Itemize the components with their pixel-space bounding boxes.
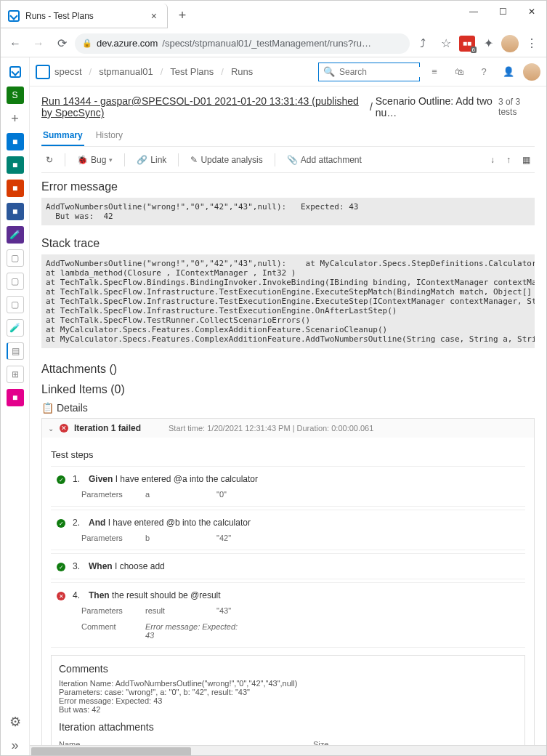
- url-path: /specst/stpmanual01/_testManagement/runs…: [162, 38, 371, 49]
- new-tab-button[interactable]: +: [172, 5, 193, 25]
- fail-icon: ✕: [57, 592, 65, 600]
- address-bar: ← → ⟳ 🔒 dev.azure.com /specst/stpmanual0…: [1, 30, 546, 57]
- tab-summary[interactable]: Summary: [41, 126, 84, 146]
- azure-devops-icon[interactable]: [36, 65, 50, 79]
- nav-item-testplans[interactable]: ■: [7, 203, 24, 220]
- nav-item-artifacts[interactable]: 🧪: [7, 226, 24, 244]
- iteration-1-header[interactable]: ⌄ ✕ Iteration 1 failed Start time: 1/20/…: [42, 419, 534, 438]
- bug-dropdown[interactable]: 🐞 Bug ▾: [73, 152, 117, 168]
- attachments-title: Attachments (): [41, 363, 535, 376]
- scroll-thumb[interactable]: [31, 747, 191, 756]
- nav-item-runs-active[interactable]: ▤: [7, 342, 24, 360]
- extensions-icon[interactable]: ✦: [478, 33, 498, 54]
- nav-item-gray4[interactable]: 🧪: [7, 319, 24, 337]
- step-4: ✕ 4. Then the result should be @result P…: [51, 582, 525, 648]
- marketplace-icon[interactable]: 🛍: [449, 62, 469, 82]
- tab-history[interactable]: History: [94, 126, 124, 146]
- grid-icon[interactable]: ▦: [518, 152, 535, 168]
- chevron-down-icon: ⌄: [48, 425, 54, 433]
- step-2: ✓ 2. And I have entered @b into the calc…: [51, 510, 525, 550]
- breadcrumb-org[interactable]: specst: [54, 66, 82, 77]
- nav-item-gray1[interactable]: ▢: [7, 249, 24, 267]
- nav-item-repos[interactable]: ■: [7, 156, 24, 174]
- stack-trace: AddTwoNumbersOutline("wrong!","0","42","…: [41, 254, 535, 348]
- linked-items-title: Linked Items (0): [41, 383, 535, 396]
- nav-item-gray6[interactable]: ⊞: [7, 366, 24, 383]
- result-toolbar: ↻ 🐞 Bug ▾ 🔗 Link ✎ Update analysis 📎 Add…: [41, 147, 535, 173]
- collapse-icon[interactable]: »: [7, 736, 24, 754]
- breadcrumb-area[interactable]: Test Plans: [170, 66, 214, 77]
- search-icon: 🔍: [323, 66, 335, 77]
- azure-devops-icon: [8, 10, 20, 22]
- main-content: Run 14344 - gaspar@SPECSOL-D01 2021-01-2…: [30, 87, 546, 745]
- star-icon[interactable]: ☆: [436, 33, 456, 54]
- list-icon[interactable]: ≡: [424, 62, 445, 82]
- lock-icon: 🔒: [82, 39, 92, 48]
- browser-titlebar: Runs - Test Plans × + — ☐ ✕: [1, 1, 546, 30]
- close-window-button[interactable]: ✕: [517, 1, 546, 23]
- browser-avatar[interactable]: [501, 35, 519, 52]
- top-bar: specst / stpmanual01 / Test Plans / Runs…: [30, 57, 546, 87]
- pass-icon: ✓: [57, 519, 65, 528]
- refresh-button[interactable]: ↻: [41, 152, 57, 168]
- close-tab-icon[interactable]: ×: [148, 10, 160, 22]
- fail-icon: ✕: [60, 424, 68, 433]
- scenario-name: Scenario Outline: Add two nu…: [376, 95, 495, 118]
- run-link[interactable]: Run 14344 - gaspar@SPECSOL-D01 2021-01-2…: [41, 95, 367, 118]
- minimize-button[interactable]: —: [459, 1, 488, 23]
- user-settings-icon[interactable]: 👤: [498, 62, 519, 82]
- iteration-comments: Comments Iteration Name: AddTwoNumbersOu…: [51, 655, 525, 745]
- nav-item-gray2[interactable]: ▢: [7, 273, 24, 290]
- help-icon[interactable]: ?: [474, 62, 494, 82]
- pass-icon: ✓: [57, 563, 65, 571]
- test-counter: 3 of 3 tests: [498, 97, 535, 117]
- iteration-1: ⌄ ✕ Iteration 1 failed Start time: 1/20/…: [41, 418, 535, 745]
- tab-title: Runs - Test Plans: [25, 11, 148, 21]
- user-avatar[interactable]: [523, 63, 540, 81]
- error-title: Error message: [41, 180, 535, 193]
- link-button[interactable]: 🔗 Link: [132, 152, 171, 168]
- error-message: AddTwoNumbersOutline("wrong!","0","42","…: [41, 198, 535, 225]
- url-box[interactable]: 🔒 dev.azure.com /specst/stpmanual01/_tes…: [75, 33, 410, 54]
- nav-item-pipelines[interactable]: ■: [7, 180, 24, 197]
- azure-logo-icon[interactable]: [7, 63, 24, 81]
- settings-icon[interactable]: ⚙: [7, 713, 24, 731]
- copy-icon: 📋: [41, 402, 54, 414]
- details-header[interactable]: 📋 Details: [41, 402, 535, 414]
- nav-item-gray3[interactable]: ▢: [7, 296, 24, 313]
- reload-button[interactable]: ⟳: [52, 33, 72, 54]
- browser-tab[interactable]: Runs - Test Plans ×: [1, 4, 168, 28]
- test-steps-label: Test steps: [51, 449, 525, 460]
- project-sidebar: S + ■ ■ ■ ■ 🧪 ▢ ▢ ▢ 🧪 ▤ ⊞ ■ ⚙ »: [1, 57, 30, 756]
- share-icon[interactable]: ⤴: [413, 33, 433, 54]
- result-tabs: Summary History: [41, 126, 535, 147]
- search-box[interactable]: 🔍: [318, 63, 420, 81]
- breadcrumb-page[interactable]: Runs: [231, 66, 253, 77]
- nav-item-pink[interactable]: ■: [7, 389, 24, 406]
- back-button[interactable]: ←: [5, 33, 25, 54]
- nav-add-button[interactable]: +: [7, 110, 24, 127]
- step-3: ✓ 3. When I choose add: [51, 553, 525, 579]
- horizontal-scrollbar[interactable]: [30, 745, 546, 756]
- nav-item-overview[interactable]: S: [7, 87, 24, 104]
- stack-title: Stack trace: [41, 237, 535, 250]
- breadcrumb-project[interactable]: stpmanual01: [99, 66, 153, 77]
- forward-button: →: [28, 33, 49, 54]
- add-attachment-button[interactable]: 📎 Add attachment: [283, 152, 366, 168]
- extension-badge[interactable]: ■■: [459, 36, 475, 52]
- pass-icon: ✓: [57, 475, 65, 484]
- run-title-line: Run 14344 - gaspar@SPECSOL-D01 2021-01-2…: [41, 87, 535, 123]
- step-1: ✓ 1. Given I have entered @a into the ca…: [51, 466, 525, 507]
- up-arrow-icon[interactable]: ↑: [502, 152, 515, 168]
- url-host: dev.azure.com: [97, 38, 158, 49]
- menu-icon[interactable]: ⋮: [522, 33, 542, 54]
- down-arrow-icon[interactable]: ↓: [486, 152, 499, 168]
- update-analysis-button[interactable]: ✎ Update analysis: [186, 152, 267, 168]
- nav-item-boards[interactable]: ■: [7, 133, 24, 150]
- maximize-button[interactable]: ☐: [488, 1, 517, 23]
